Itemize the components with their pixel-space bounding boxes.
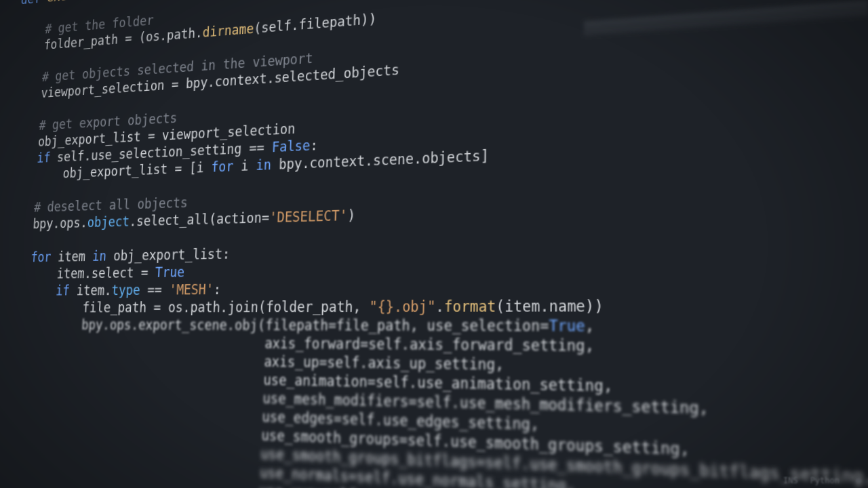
code-editor[interactable]: 177 default='Y',178 )179 global_scale_se…: [0, 0, 868, 488]
status-insert-mode: INS: [783, 476, 798, 485]
status-bar: INS Python: [783, 476, 861, 485]
status-language: Python: [810, 476, 840, 485]
status-dot-icon: [856, 478, 861, 483]
